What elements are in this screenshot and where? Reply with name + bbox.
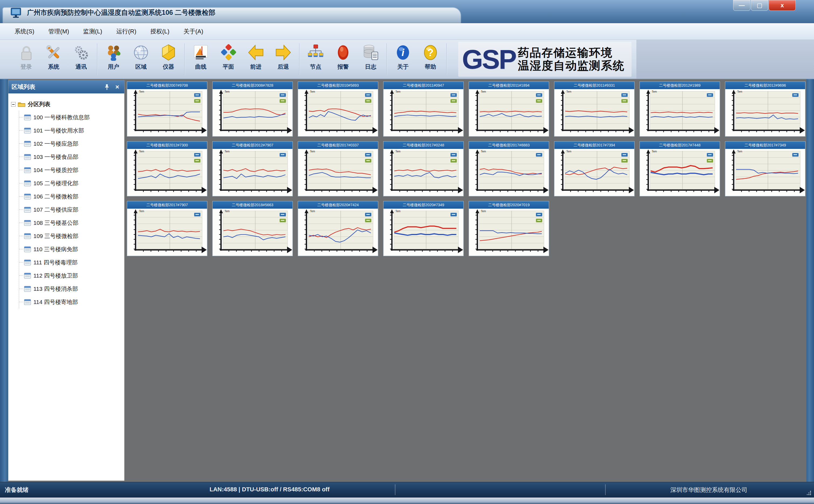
toolbar-button-info[interactable]: i关于 (389, 41, 417, 77)
toolbar-button-gears[interactable]: 通讯 (67, 41, 95, 77)
region-node-label: 111 四号楼毒理部 (33, 259, 78, 266)
sidebar-item-112[interactable]: 112 四号楼放卫部 (19, 269, 123, 282)
sidebar-item-109[interactable]: 109 三号楼微检部 (19, 229, 123, 243)
mini-trend-chart[interactable]: Tem (554, 149, 634, 196)
chart-panel-17[interactable]: 二号楼微检部2017#7907Tem (127, 201, 208, 256)
chart-panel-6[interactable]: 二号楼微检部2011#9331Tem (554, 81, 635, 137)
toolbar-button-cube[interactable]: 仪器 (155, 41, 182, 77)
humidity-badge (450, 99, 457, 103)
chart-panel-11[interactable]: 二号楼微检部2017#0337Tem (298, 141, 378, 197)
sidebar-item-104[interactable]: 104 一号楼质控部 (19, 163, 123, 177)
mini-trend-chart[interactable]: Tem (213, 89, 293, 136)
toolbar-button-log[interactable]: 日志 (357, 41, 384, 77)
chart-panel-4[interactable]: 二号楼微检部2011#0947Tem (383, 81, 464, 137)
chart-panel-5[interactable]: 二号楼微检部2011#1894Tem (468, 81, 549, 137)
toolbar-button-globe[interactable]: 区域 (127, 41, 155, 77)
toolbar-button-users[interactable]: 用户 (100, 41, 127, 77)
sidebar-item-111[interactable]: 111 四号楼毒理部 (19, 256, 123, 269)
chart-panel-14[interactable]: 二号楼微检部2017#7394Tem (554, 141, 635, 197)
chart-panel-21[interactable]: 二号楼微检部2020#7019Tem (468, 201, 549, 256)
window-frame-right (806, 79, 814, 482)
sidebar-item-100[interactable]: 100 一号楼科教信息部 (19, 111, 123, 124)
toolbar-button-label: 日志 (365, 63, 376, 71)
sidebar-item-103[interactable]: 103 一号楼食品部 (19, 150, 123, 163)
toolbar-button-tools[interactable]: 系统 (40, 41, 67, 77)
mini-trend-chart[interactable]: Tem (298, 209, 378, 256)
mini-trend-chart[interactable]: Tem (640, 89, 720, 136)
mini-trend-chart[interactable]: Tem (469, 89, 549, 136)
sidebar-item-110[interactable]: 110 三号楼病免部 (19, 243, 123, 256)
chart-panel-1[interactable]: 二号楼微检部2007#9708Tem (127, 81, 208, 137)
toolbar-button-arrow-right[interactable]: 后退 (270, 41, 297, 77)
mini-trend-chart[interactable]: Tem (384, 149, 463, 196)
sidebar-item-106[interactable]: 106 二号楼微检部 (19, 190, 123, 203)
mini-trend-chart[interactable]: Tem (213, 209, 293, 256)
chart-panel-7[interactable]: 二号楼微检部2012#1989Tem (639, 81, 720, 137)
toolbar-button-curve[interactable]: 曲线 (187, 41, 215, 77)
minimize-button[interactable]: — (733, 0, 750, 11)
chart-panel-15[interactable]: 二号楼微检部2017#7448Tem (639, 141, 720, 197)
region-node-label: 113 四号楼消杀部 (33, 285, 78, 293)
sidebar-item-105[interactable]: 105 二号楼理化部 (19, 177, 123, 190)
menu-item-4[interactable]: 运行(R) (109, 25, 143, 38)
mini-trend-chart[interactable]: Tem (469, 149, 549, 196)
chart-panel-19[interactable]: 二号楼微检部2020#7424Tem (298, 201, 378, 256)
chart-panel-13[interactable]: 二号楼微检部2017#8883Tem (468, 141, 549, 197)
mini-trend-chart[interactable]: Tem (725, 89, 805, 136)
mini-trend-chart[interactable]: Tem (127, 209, 207, 256)
menu-item-1[interactable]: 系统(S) (8, 25, 41, 38)
mini-trend-chart[interactable]: Tem (127, 89, 207, 136)
chart-panel-3[interactable]: 二号楼微检部2010#5893Tem (298, 81, 378, 137)
pin-icon[interactable] (103, 83, 111, 91)
sidebar-item-114[interactable]: 114 四号楼寄地部 (19, 295, 123, 309)
mini-trend-chart[interactable]: Tem (298, 89, 378, 136)
sidebar-item-102[interactable]: 102 一号楼应急部 (19, 137, 123, 150)
sidebar-item-107[interactable]: 107 二号楼供应部 (19, 203, 123, 216)
mini-trend-chart[interactable]: Tem (725, 149, 805, 196)
chart-panel-9[interactable]: 二号楼微检部2012#7300Tem (127, 141, 208, 197)
sidebar-item-113[interactable]: 113 四号楼消杀部 (19, 282, 123, 295)
sidebar-item-108[interactable]: 108 三号楼基公部 (19, 216, 123, 229)
chart-panel-8[interactable]: 二号楼微检部2012#9696Tem (725, 81, 806, 137)
chart-panel-16[interactable]: 二号楼微检部2017#7349Tem (725, 141, 806, 197)
mini-trend-chart[interactable]: Tem (298, 149, 378, 196)
application-window: 广州市疾病预防控制中心温湿度自动监测系统106 二号楼微检部 — ▢ x 系统(… (0, 0, 814, 504)
toolbar-button-arrow-left[interactable]: 前进 (242, 41, 270, 77)
panel-title: 二号楼微检部2011#1894 (469, 82, 549, 89)
humidity-badge (536, 219, 542, 222)
collapse-icon[interactable] (11, 102, 16, 107)
mini-trend-chart[interactable]: Tem (384, 209, 463, 256)
humidity-badge (621, 159, 628, 163)
sidebar-item-101[interactable]: 101 一号楼饮用水部 (19, 124, 123, 137)
close-button[interactable]: x (769, 0, 796, 11)
temperature-badge (621, 153, 628, 157)
toolbar-button-nodes[interactable]: 节点 (302, 41, 329, 77)
mini-trend-chart[interactable]: Tem (213, 149, 293, 196)
chart-panel-18[interactable]: 二号楼微检部2018#5663Tem (212, 201, 293, 256)
chart-panel-20[interactable]: 二号楼微检部2020#7349Tem (383, 201, 464, 256)
maximize-button[interactable]: ▢ (751, 0, 768, 11)
temperature-badge (450, 153, 457, 157)
temperature-badge (707, 153, 713, 157)
chart-panel-12[interactable]: 二号楼微检部2017#0248Tem (383, 141, 464, 197)
chart-panel-2[interactable]: 二号楼微检部2008#7828Tem (212, 81, 293, 137)
menu-item-3[interactable]: 监测(L) (76, 25, 109, 38)
toolbar-button-label: 用户 (108, 63, 119, 71)
tree-root-node[interactable]: 分区列表 (11, 98, 123, 111)
menu-item-6[interactable]: 关于(A) (176, 25, 210, 38)
chart-panel-10[interactable]: 二号楼微检部2012#7907Tem (212, 141, 293, 197)
region-list-panel: 区域列表 × 分区列表 100 一号楼科教信息部101 一号楼饮 (8, 80, 124, 481)
close-panel-icon[interactable]: × (113, 83, 121, 91)
menu-item-5[interactable]: 授权(L) (143, 25, 176, 38)
mini-trend-chart[interactable]: Tem (127, 149, 207, 196)
menu-item-2[interactable]: 管理(M) (41, 25, 76, 38)
gears-icon (72, 44, 90, 61)
toolbar-button-alarm[interactable]: 报警 (329, 41, 357, 77)
toolbar-button-plane[interactable]: 平面 (215, 41, 242, 77)
mini-trend-chart[interactable]: Tem (469, 209, 549, 256)
toolbar-button-help[interactable]: ?帮助 (417, 41, 444, 77)
mini-trend-chart[interactable]: Tem (384, 89, 463, 136)
resize-grip[interactable] (805, 489, 812, 496)
mini-trend-chart[interactable]: Tem (640, 149, 720, 196)
mini-trend-chart[interactable]: Tem (554, 89, 634, 136)
